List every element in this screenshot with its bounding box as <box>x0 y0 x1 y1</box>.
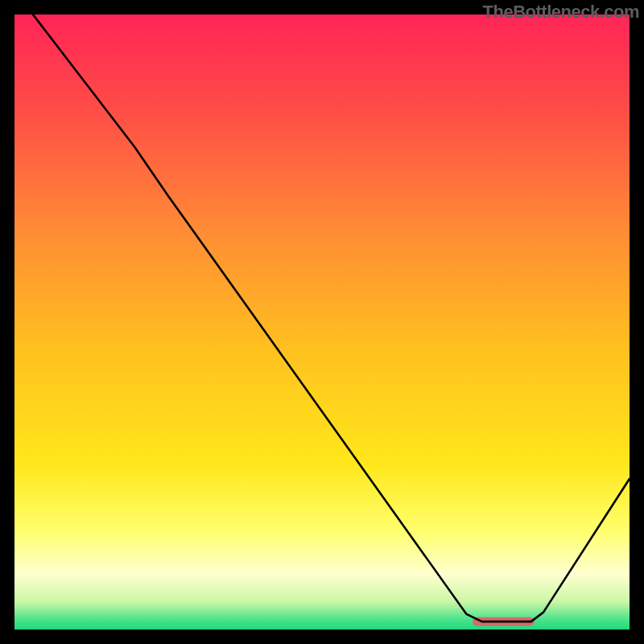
curve-layer <box>14 14 630 630</box>
bottleneck-curve <box>33 14 630 621</box>
chart-page: TheBottleneck.com <box>0 0 644 644</box>
watermark-label: TheBottleneck.com <box>483 2 639 23</box>
plot-area <box>14 14 630 630</box>
